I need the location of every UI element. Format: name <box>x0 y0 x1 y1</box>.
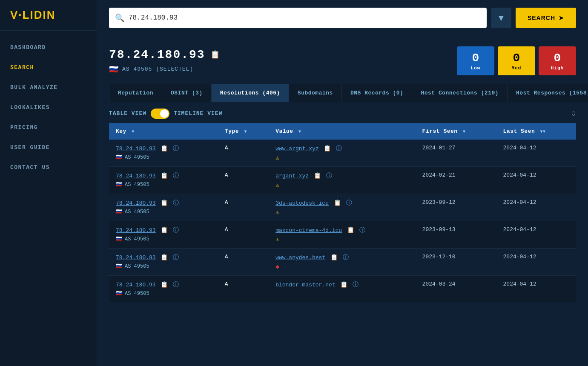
col-header-last-seen[interactable]: Last Seen ▼▼ <box>496 123 576 140</box>
value-copy-icon[interactable]: 📋 <box>324 145 331 152</box>
sidebar: V·LIDIN DASHBOARD SEARCH BULK ANALYZE LO… <box>0 0 97 366</box>
warning-icon: ⚠ <box>275 209 279 216</box>
cell-value: maxcon-cinema-4d.icu 📋 ⓘ ⚠ <box>269 221 415 249</box>
cell-key: 78.24.180.93 📋 ⓘ 🇷🇺 AS 49505 <box>109 249 218 276</box>
value-info-icon[interactable]: ⓘ <box>353 281 359 288</box>
col-header-value[interactable]: Value ▼ <box>269 123 415 140</box>
value-info-icon[interactable]: ⓘ <box>359 227 365 234</box>
search-icon: 🔍 <box>115 13 124 23</box>
ip-sub: 🇷🇺 AS 49505 (SELECTEL) <box>109 65 221 74</box>
sidebar-item-bulk-analyze[interactable]: BULK ANALYZE <box>0 77 97 97</box>
key-copy-icon[interactable]: 📋 <box>161 227 168 234</box>
col-header-type[interactable]: Type ▼ <box>218 123 269 140</box>
value-copy-icon[interactable]: 📋 <box>334 200 341 206</box>
tab-host-responses[interactable]: Host Responses (1558) <box>508 84 588 102</box>
table-header-row: Key ▼ Type ▼ Value ▼ First Seen ▼ Last S <box>109 123 576 140</box>
table-row: 78.24.180.93 📋 ⓘ 🇷🇺 AS 49505 A argant.xy… <box>109 167 576 194</box>
value-cell-content: blender-master.net 📋 ⓘ <box>275 281 408 290</box>
table-row: 78.24.180.93 📋 ⓘ 🇷🇺 AS 49505 A www.argnt… <box>109 140 576 167</box>
sidebar-item-contact-us[interactable]: CONTACT US <box>0 157 97 177</box>
col-header-key[interactable]: Key ▼ <box>109 123 218 140</box>
key-copy-icon[interactable]: 📋 <box>161 200 168 206</box>
search-arrow-icon: ➤ <box>559 14 564 21</box>
table-row: 78.24.180.93 📋 ⓘ 🇷🇺 AS 49505 A 3ds-autod… <box>109 194 576 221</box>
tab-dns-records[interactable]: DNS Records (0) <box>342 84 413 102</box>
search-button[interactable]: SEARCH ➤ <box>516 8 576 28</box>
value-warning: ⚠ <box>275 181 408 189</box>
value-domain-link[interactable]: 3ds-autodesk.icu <box>275 200 329 206</box>
key-ip-link[interactable]: 78.24.180.93 <box>116 200 156 206</box>
tab-host-connections[interactable]: Host Connections (210) <box>412 84 508 102</box>
cell-key: 78.24.180.93 📋 ⓘ 🇷🇺 AS 49505 <box>109 276 218 302</box>
value-copy-icon[interactable]: 📋 <box>340 281 347 288</box>
sidebar-item-dashboard[interactable]: DASHBOARD <box>0 37 97 57</box>
value-domain-link[interactable]: argant.xyz <box>275 173 309 179</box>
filter-button[interactable]: ▼ <box>491 8 511 28</box>
value-info-icon[interactable]: ⓘ <box>326 172 332 179</box>
value-warning: ⚠ <box>275 236 408 243</box>
key-copy-icon[interactable]: 📋 <box>161 254 168 261</box>
value-info-icon[interactable]: ⓘ <box>343 254 349 261</box>
key-cell-content: 78.24.180.93 📋 ⓘ 🇷🇺 AS 49505 <box>116 172 211 188</box>
key-cell-content: 78.24.180.93 📋 ⓘ 🇷🇺 AS 49505 <box>116 199 211 215</box>
key-asn: 🇷🇺 AS 49505 <box>116 263 211 269</box>
sidebar-item-user-guide[interactable]: USER GUIDE <box>0 137 97 157</box>
search-input[interactable] <box>129 14 481 22</box>
key-ip-link[interactable]: 78.24.180.93 <box>116 146 156 152</box>
sidebar-item-pricing[interactable]: PRICING <box>0 117 97 137</box>
key-ip-link[interactable]: 78.24.180.93 <box>116 173 156 179</box>
search-bar-area: 🔍 ▼ SEARCH ➤ <box>97 0 588 36</box>
value-domain-link[interactable]: www.argnt.xyz <box>275 146 318 152</box>
key-copy-icon[interactable]: 📋 <box>161 172 168 179</box>
value-domain-link[interactable]: maxcon-cinema-4d.icu <box>275 227 342 234</box>
col-header-first-seen[interactable]: First Seen ▼ <box>416 123 496 140</box>
key-info-icon[interactable]: ⓘ <box>173 281 179 288</box>
tab-osint[interactable]: OSINT (3) <box>162 84 212 102</box>
key-asn-label: AS 49505 <box>125 209 149 215</box>
key-cell-content: 78.24.180.93 📋 ⓘ 🇷🇺 AS 49505 <box>116 226 211 242</box>
sort-key-icon: ▼ <box>132 129 135 134</box>
cell-last-seen: 2024-04-12 <box>496 249 576 276</box>
sidebar-item-search[interactable]: SEARCH <box>0 57 97 77</box>
value-cell-content: www.argnt.xyz 📋 ⓘ ⚠ <box>275 145 408 161</box>
copy-icon[interactable]: 📋 <box>210 50 221 59</box>
key-ip-link[interactable]: 78.24.180.93 <box>116 282 156 288</box>
cell-last-seen: 2024-04-12 <box>496 167 576 194</box>
tab-reputation[interactable]: Reputation <box>109 84 162 102</box>
key-info-icon[interactable]: ⓘ <box>173 200 179 206</box>
tab-subdomains[interactable]: Subdomains <box>289 84 342 102</box>
cell-last-seen: 2024-04-12 <box>496 276 576 302</box>
download-icon[interactable]: ⇩ <box>571 108 576 119</box>
key-info-icon[interactable]: ⓘ <box>173 172 179 179</box>
score-high-label: High <box>551 66 564 71</box>
key-cell-content: 78.24.180.93 📋 ⓘ 🇷🇺 AS 49505 <box>116 254 211 269</box>
cell-type: A <box>218 140 269 167</box>
tab-resolutions[interactable]: Resolutions (406) <box>212 84 289 102</box>
value-domain-link[interactable]: www.anydes.best <box>275 254 325 261</box>
key-info-icon[interactable]: ⓘ <box>173 227 179 234</box>
key-info-icon[interactable]: ⓘ <box>173 145 179 152</box>
key-copy-icon[interactable]: 📋 <box>161 281 168 288</box>
content-area: 78.24.180.93 📋 🇷🇺 AS 49505 (SELECTEL) 0 … <box>97 36 588 366</box>
key-cell-content: 78.24.180.93 📋 ⓘ 🇷🇺 AS 49505 <box>116 281 211 297</box>
score-low-label: Low <box>471 66 481 71</box>
value-info-icon[interactable]: ⓘ <box>346 200 352 206</box>
value-domain-link[interactable]: blender-master.net <box>275 282 335 288</box>
key-ip-link[interactable]: 78.24.180.93 <box>116 254 156 261</box>
value-copy-icon[interactable]: 📋 <box>314 172 321 179</box>
view-toggle-switch[interactable] <box>151 109 169 119</box>
key-asn: 🇷🇺 AS 49505 <box>116 181 211 188</box>
value-copy-icon[interactable]: 📋 <box>330 254 338 261</box>
view-toggle: TABLE VIEW TIMELINE VIEW <box>109 109 222 119</box>
key-copy-icon[interactable]: 📋 <box>161 145 168 152</box>
value-info-icon[interactable]: ⓘ <box>336 145 342 152</box>
cell-type: A <box>218 167 269 194</box>
key-asn-label: AS 49505 <box>125 154 149 160</box>
key-info-icon[interactable]: ⓘ <box>173 254 179 261</box>
key-ip-link[interactable]: 78.24.180.93 <box>116 227 156 234</box>
cell-first-seen: 2024-03-24 <box>416 276 496 302</box>
cell-key: 78.24.180.93 📋 ⓘ 🇷🇺 AS 49505 <box>109 140 218 167</box>
score-high-value: 0 <box>554 51 561 65</box>
value-copy-icon[interactable]: 📋 <box>347 227 354 234</box>
sidebar-item-lookalikes[interactable]: LOOKALIKES <box>0 97 97 117</box>
